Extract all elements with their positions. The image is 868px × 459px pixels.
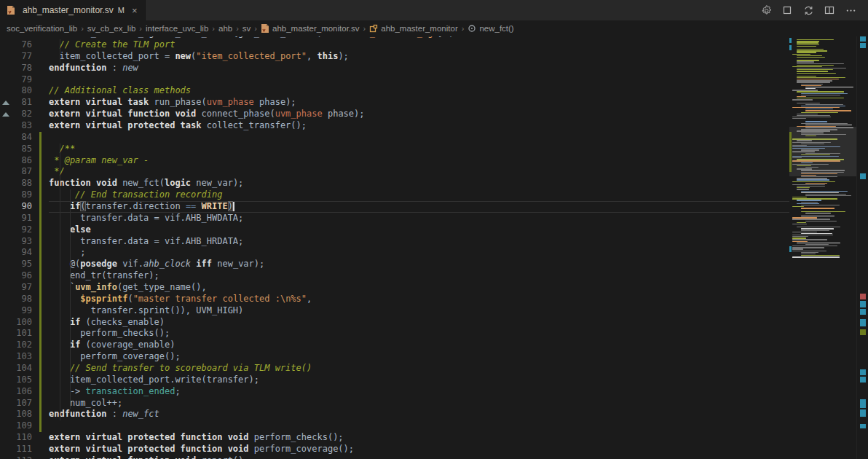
git-added-gutter-bar[interactable] <box>39 282 42 294</box>
line-number[interactable]: 93 <box>22 236 32 248</box>
git-added-gutter-bar[interactable] <box>39 178 42 189</box>
line-number[interactable]: 91 <box>22 213 32 224</box>
gutter-row[interactable]: 106 <box>0 386 49 398</box>
gutter-row[interactable]: 98 <box>0 294 49 305</box>
git-added-gutter-bar[interactable] <box>39 224 42 236</box>
breadcrumb-item[interactable]: interface_uvc_lib <box>146 24 208 33</box>
code-line[interactable]: * @param new_var - <box>49 155 789 167</box>
git-added-gutter-bar[interactable] <box>39 236 42 248</box>
line-number[interactable]: 100 <box>16 317 32 329</box>
code-line[interactable]: item_collected_port = new("item_collecte… <box>49 51 789 63</box>
gutter-row[interactable]: 100 <box>0 317 49 329</box>
code-line[interactable]: // Additional class methods <box>49 85 789 97</box>
code-line[interactable]: ; <box>49 247 789 259</box>
line-number[interactable]: 76 <box>22 39 32 51</box>
gutter-row[interactable]: 78 <box>0 63 49 74</box>
code-line[interactable] <box>49 132 789 144</box>
gutter-row[interactable]: 111 <box>0 444 49 455</box>
code-line[interactable]: extern virtual function void report(); <box>49 455 789 459</box>
code-line[interactable]: endfunction : new_fct <box>49 409 789 420</box>
code-line[interactable]: perform_coverage(); <box>49 351 789 363</box>
line-number[interactable]: 107 <box>16 398 32 409</box>
line-number[interactable]: 82 <box>22 109 32 120</box>
line-number[interactable]: 94 <box>22 247 32 259</box>
gutter-row[interactable]: 96 <box>0 270 49 282</box>
code-line[interactable]: transfer.data = vif.AHB_HWDATA; <box>49 213 789 224</box>
line-number[interactable]: 87 <box>22 166 32 178</box>
gutter-row[interactable]: 105 <box>0 374 49 386</box>
gutter-row[interactable]: 80 <box>0 85 49 97</box>
gutter-row[interactable]: 110 <box>0 432 49 444</box>
code-line[interactable]: function void new_fct(logic new_var); <box>49 178 789 189</box>
gutter-row[interactable]: 82 <box>0 109 49 120</box>
git-added-gutter-bar[interactable] <box>39 398 42 409</box>
gutter-row[interactable]: 109 <box>0 420 49 432</box>
gutter-row[interactable]: 107 <box>0 398 49 409</box>
line-number[interactable]: 98 <box>22 294 32 305</box>
line-number[interactable]: 97 <box>22 282 32 294</box>
breadcrumb-item[interactable]: ahb <box>218 24 232 33</box>
git-added-gutter-bar[interactable] <box>39 144 42 155</box>
gutter-row[interactable]: 97 <box>0 282 49 294</box>
gutter-row[interactable]: 76 <box>0 39 49 51</box>
gutter-row[interactable]: 93 <box>0 236 49 248</box>
git-added-gutter-bar[interactable] <box>39 363 42 374</box>
gutter-row[interactable]: 87 <box>0 166 49 178</box>
code-line[interactable]: if (checks_enable) <box>49 317 789 329</box>
line-number[interactable]: 96 <box>22 270 32 282</box>
line-number[interactable]: 92 <box>22 224 32 236</box>
git-added-gutter-bar[interactable] <box>39 270 42 282</box>
line-number[interactable]: 84 <box>22 132 32 144</box>
gutter-row[interactable]: 99 <box>0 305 49 317</box>
breadcrumb-item[interactable]: soc_verification_lib <box>7 24 77 33</box>
line-number[interactable]: 85 <box>22 144 32 155</box>
line-number[interactable]: 103 <box>16 351 32 363</box>
code-line[interactable]: num_col++; <box>49 398 789 409</box>
code-line[interactable]: // Create the TLM port <box>49 39 789 51</box>
code-line[interactable]: transfer.sprint()), UVM_HIGH) <box>49 305 789 317</box>
code-line[interactable]: perform_checks(); <box>49 328 789 340</box>
line-number[interactable]: 105 <box>16 374 32 386</box>
code-line[interactable]: transfer.data = vif.AHB_HRDATA; <box>49 236 789 248</box>
more-actions-icon[interactable] <box>843 3 858 17</box>
code-line[interactable]: extern virtual protected task collect_tr… <box>49 120 789 132</box>
line-number[interactable]: 95 <box>22 259 32 270</box>
gutter-row[interactable]: 91 <box>0 213 49 224</box>
override-triangle-icon[interactable] <box>2 112 9 117</box>
breadcrumb-item[interactable]: ahb_master_monitor.sv <box>261 23 360 34</box>
line-number[interactable]: 109 <box>16 420 32 432</box>
gutter-row[interactable]: 108 <box>0 409 49 420</box>
code-line[interactable]: extern virtual function void connect_pha… <box>49 109 789 120</box>
line-number[interactable]: 88 <box>22 178 32 189</box>
code-line[interactable]: if (coverage_enable) <box>49 340 789 351</box>
line-number[interactable]: 83 <box>22 120 32 132</box>
git-added-gutter-bar[interactable] <box>39 247 42 259</box>
gutter-row[interactable]: 81 <box>0 97 49 109</box>
git-added-gutter-bar[interactable] <box>39 386 42 398</box>
line-number[interactable]: 102 <box>16 340 32 351</box>
gutter-row[interactable]: 101 <box>0 328 49 340</box>
code-line[interactable]: end_tr(transfer); <box>49 270 789 282</box>
gutter-row[interactable]: 85 <box>0 144 49 155</box>
line-number[interactable]: 90 <box>22 201 32 213</box>
gutter-row[interactable]: 103 <box>0 351 49 363</box>
code-line[interactable]: // End transaction recording <box>49 189 789 201</box>
code-line[interactable]: extern virtual protected function void p… <box>49 444 789 455</box>
settings-gear-icon[interactable] <box>759 3 773 17</box>
git-added-gutter-bar[interactable] <box>39 294 42 305</box>
breadcrumb-item[interactable]: ahb_master_monitor <box>369 24 457 33</box>
code-line[interactable]: -> transaction_ended; <box>49 386 789 398</box>
code-line[interactable]: // Send transfer to scoreboard via TLM w… <box>49 363 789 374</box>
gutter-row[interactable]: 88 <box>0 178 49 189</box>
minimap[interactable] <box>789 36 857 459</box>
git-added-gutter-bar[interactable] <box>39 305 42 317</box>
git-added-gutter-bar[interactable] <box>39 340 42 351</box>
gutter-row[interactable]: 83 <box>0 120 49 132</box>
code-line[interactable]: else <box>49 224 789 236</box>
code-line[interactable]: extern virtual task run_phase(uvm_phase … <box>49 97 789 109</box>
gutter-row[interactable]: 84 <box>0 132 49 144</box>
line-number[interactable]: 104 <box>16 363 32 374</box>
code-line[interactable]: endfunction : new <box>49 63 789 74</box>
overview-ruler[interactable] <box>856 36 868 459</box>
minimap-slider[interactable] <box>789 127 857 176</box>
